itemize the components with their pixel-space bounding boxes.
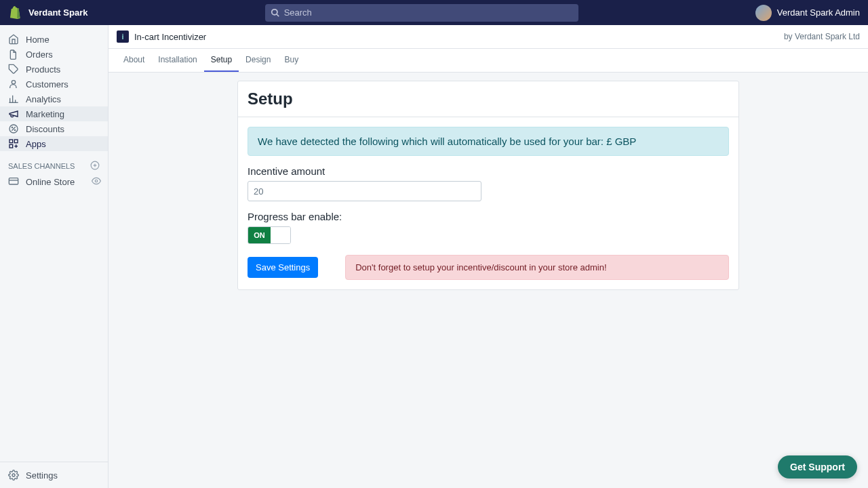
home-icon	[8, 34, 19, 45]
sidebar-item-label: Discounts	[26, 124, 64, 134]
svg-point-3	[12, 81, 15, 84]
progress-toggle[interactable]: ON	[248, 226, 291, 244]
sidebar-item-label: Orders	[26, 49, 53, 60]
svg-rect-13	[14, 140, 18, 143]
svg-line-1	[276, 14, 279, 16]
toggle-on-label: ON	[248, 227, 271, 243]
currency-info-alert: We have detected the following which wil…	[248, 127, 729, 156]
store-name: Verdant Spark	[28, 7, 87, 18]
add-channel-icon[interactable]	[90, 161, 100, 171]
progress-label: Progress bar enable:	[248, 211, 729, 222]
sidebar-item-products[interactable]: Products	[0, 62, 108, 77]
app-name: In-cart Incentivizer	[134, 32, 206, 42]
tab-setup[interactable]: Setup	[204, 49, 239, 72]
sidebar-item-label: Customers	[26, 79, 68, 89]
svg-point-10	[12, 127, 12, 127]
apps-icon	[8, 138, 19, 149]
megaphone-icon	[8, 108, 19, 119]
store-icon	[8, 176, 19, 187]
shopify-logo-icon[interactable]	[8, 6, 22, 20]
svg-point-23	[12, 474, 15, 476]
app-icon: i	[117, 30, 129, 43]
user-icon	[8, 79, 19, 89]
sidebar-item-label: Products	[26, 64, 60, 75]
save-button[interactable]: Save Settings	[248, 257, 318, 278]
admin-name[interactable]: Verdant Spark Admin	[777, 7, 860, 18]
svg-rect-12	[9, 140, 13, 143]
sidebar-item-apps[interactable]: Apps	[0, 136, 108, 151]
sidebar-item-label: Settings	[26, 470, 58, 481]
search-field[interactable]	[265, 4, 578, 22]
sidebar-item-home[interactable]: Home	[0, 32, 108, 47]
svg-point-22	[95, 180, 98, 182]
analytics-icon	[8, 94, 19, 104]
svg-point-11	[14, 129, 15, 130]
sidebar-item-label: Analytics	[26, 94, 61, 104]
sidebar-item-settings[interactable]: Settings	[0, 462, 108, 488]
get-support-button[interactable]: Get Support	[778, 455, 857, 479]
incentive-amount-input[interactable]	[248, 181, 481, 201]
app-publisher: by Verdant Spark Ltd	[784, 32, 860, 41]
setup-card: Setup We have detected the following whi…	[237, 81, 739, 290]
sidebar-item-customers[interactable]: Customers	[0, 77, 108, 92]
sidebar: Home Orders Products Customers Analytics…	[0, 25, 108, 488]
sidebar-item-label: Marketing	[26, 109, 64, 119]
sidebar-item-marketing[interactable]: Marketing	[0, 106, 108, 121]
tag-icon	[8, 64, 19, 75]
sidebar-item-label: Online Store	[26, 177, 75, 187]
sidebar-item-label: Apps	[26, 139, 46, 149]
tabs: About Installation Setup Design Buy	[108, 49, 868, 73]
amount-label: Incentive amount	[248, 165, 729, 177]
tab-buy[interactable]: Buy	[277, 49, 305, 72]
discount-icon	[8, 123, 19, 134]
sidebar-item-analytics[interactable]: Analytics	[0, 92, 108, 106]
tab-installation[interactable]: Installation	[151, 49, 203, 72]
page-title: Setup	[248, 89, 729, 108]
sidebar-item-label: Home	[26, 35, 50, 45]
app-header: i In-cart Incentivizer by Verdant Spark …	[108, 25, 868, 49]
search-input[interactable]	[284, 7, 573, 18]
sidebar-item-discounts[interactable]: Discounts	[0, 121, 108, 136]
sidebar-item-orders[interactable]: Orders	[0, 47, 108, 62]
avatar[interactable]	[755, 5, 772, 21]
reminder-alert: Don't forget to setup your incentive/dis…	[345, 255, 729, 280]
svg-point-0	[271, 9, 277, 14]
tab-design[interactable]: Design	[239, 49, 277, 72]
topbar: Verdant Spark Verdant Spark Admin	[0, 0, 868, 25]
svg-rect-14	[9, 144, 13, 148]
toggle-off-side	[271, 227, 290, 243]
tab-about[interactable]: About	[117, 49, 151, 72]
sales-channels-header: SALES CHANNELS	[0, 151, 108, 174]
main-content: i In-cart Incentivizer by Verdant Spark …	[108, 25, 868, 488]
svg-rect-20	[9, 178, 18, 184]
view-store-icon[interactable]	[92, 176, 101, 188]
gear-icon	[8, 470, 19, 481]
orders-icon	[8, 49, 19, 60]
search-icon	[271, 8, 280, 18]
sidebar-item-online-store[interactable]: Online Store	[0, 174, 92, 189]
